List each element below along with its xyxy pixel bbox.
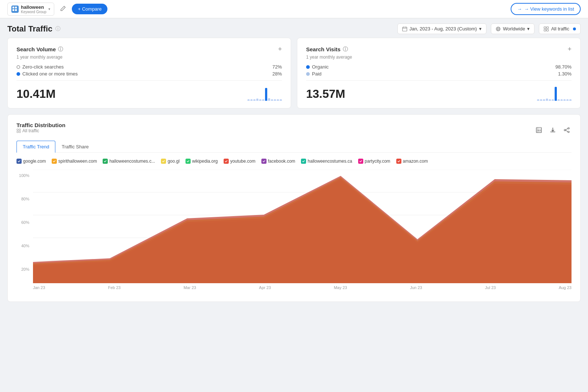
search-volume-info-icon[interactable]: ⓘ xyxy=(58,46,63,53)
legend-youtube[interactable]: youtube.com xyxy=(224,159,256,164)
sv-bar-8 xyxy=(268,98,270,101)
sv2-bar-12 xyxy=(569,99,572,101)
svg-rect-11 xyxy=(17,129,18,130)
search-volume-header: Search Volume ⓘ + xyxy=(16,45,282,53)
geo-filter-pill[interactable]: Worldwide ▾ xyxy=(491,23,534,34)
geo-dropdown-arrow: ▾ xyxy=(527,26,530,32)
share-icon xyxy=(563,127,570,133)
search-volume-subtitle: 1 year monthly average xyxy=(16,55,282,60)
checkmark-icon xyxy=(162,159,165,163)
sv2-bar-11 xyxy=(566,99,569,101)
svg-rect-10 xyxy=(547,29,548,31)
legend-facebook[interactable]: facebook.com xyxy=(261,159,295,164)
svg-rect-7 xyxy=(544,27,546,29)
traffic-filter-pill[interactable]: All traffic xyxy=(539,23,581,34)
zero-click-value: 72% xyxy=(272,64,282,70)
svg-rect-2 xyxy=(12,9,14,11)
distribution-subtitle-text: All traffic xyxy=(22,128,39,133)
x-label-may: May 23 xyxy=(334,285,347,290)
legend-amazon[interactable]: amazon.com xyxy=(396,159,428,164)
svg-rect-0 xyxy=(12,7,14,8)
search-volume-add-button[interactable]: + xyxy=(278,45,282,53)
sv-bar-1 xyxy=(247,99,250,101)
y-label-40: 40% xyxy=(16,244,29,248)
sv2-bar-4 xyxy=(546,99,548,101)
keyword-group-name: halloween xyxy=(21,4,46,10)
info-icon[interactable]: ⓘ xyxy=(55,26,60,32)
legend-spirit-label: spirithalloween.com xyxy=(58,159,97,164)
legend-spirithalloween[interactable]: spirithalloween.com xyxy=(52,159,97,164)
excel-icon: XLS xyxy=(536,127,542,133)
tab-traffic-trend[interactable]: Traffic Trend xyxy=(16,141,55,153)
legend-halloweencostumes[interactable]: halloweencostumes.c... xyxy=(103,159,155,164)
svg-rect-8 xyxy=(547,27,548,29)
organic-label: Organic xyxy=(306,64,329,70)
sv2-bar-10 xyxy=(563,99,566,101)
legend-google-check xyxy=(16,159,22,164)
legend-spirit-check xyxy=(52,159,57,164)
distribution-tabs: Traffic Trend Traffic Share xyxy=(16,141,572,153)
organic-row: Organic 98.70% xyxy=(306,64,572,70)
keyword-group-pill[interactable]: halloween Keyword Group ▾ xyxy=(7,3,54,16)
svg-rect-14 xyxy=(19,131,21,133)
traffic-chart: 100% 80% 60% 40% 20% xyxy=(16,170,572,294)
legend-fb-check xyxy=(261,159,267,164)
checkmark-icon xyxy=(359,159,363,163)
date-filter-pill[interactable]: Jan, 2023 - Aug, 2023 (Custom) ▾ xyxy=(397,23,486,34)
legend-fb-label: facebook.com xyxy=(268,159,295,164)
y-label-80: 80% xyxy=(16,197,29,201)
sv-bar-5 xyxy=(259,99,261,101)
page-title: Total Traffic xyxy=(7,24,52,34)
view-keywords-label: → View keywords in list xyxy=(524,6,574,12)
distribution-header: Traffic Distribution All traffic xyxy=(16,122,572,139)
view-keywords-button[interactable]: → → View keywords in list xyxy=(511,3,581,15)
legend-googl[interactable]: goo.gl xyxy=(161,159,180,164)
legend-googl-check xyxy=(161,159,166,164)
organic-value: 98.70% xyxy=(555,64,572,70)
sv-bar-7 xyxy=(265,88,267,101)
keyword-group-icon xyxy=(11,5,19,13)
search-visits-add-button[interactable]: + xyxy=(567,45,572,53)
checkmark-icon xyxy=(262,159,266,163)
search-volume-title-text: Search Volume xyxy=(16,46,56,52)
paid-dot xyxy=(306,72,310,76)
clicked-row: Clicked one or more times 28% xyxy=(16,71,282,77)
page-header: Total Traffic ⓘ Jan, 2023 - Aug, 2023 (C… xyxy=(0,18,588,38)
clicked-value: 28% xyxy=(272,71,282,77)
svg-rect-4 xyxy=(403,27,407,31)
legend-hcca-check xyxy=(301,159,306,164)
sv2-bar-8 xyxy=(558,99,560,101)
legend-wiki-check xyxy=(185,159,191,164)
svg-text:XLS: XLS xyxy=(537,129,541,132)
calendar-icon xyxy=(402,26,407,32)
compare-button[interactable]: + Compare xyxy=(72,4,107,14)
dist-subtitle-icon xyxy=(16,129,21,133)
tab-traffic-share[interactable]: Traffic Share xyxy=(55,141,95,153)
distribution-title-group: Traffic Distribution All traffic xyxy=(16,122,65,139)
excel-export-button[interactable]: XLS xyxy=(534,125,544,136)
legend-amz-label: amazon.com xyxy=(403,159,428,164)
svg-rect-3 xyxy=(15,9,17,11)
distribution-title: Traffic Distribution xyxy=(16,122,65,128)
edit-button[interactable] xyxy=(59,4,67,14)
legend-wikipedia[interactable]: wikipedia.org xyxy=(185,159,218,164)
legend-google[interactable]: google.com xyxy=(16,159,46,164)
legend-partycity[interactable]: partycity.com xyxy=(358,159,390,164)
share-button[interactable] xyxy=(562,125,572,136)
sv-bottom: 10.41M xyxy=(16,84,282,101)
top-bar: halloween Keyword Group ▾ + Compare → → … xyxy=(0,0,588,18)
sv2-bar-6 xyxy=(552,99,554,101)
sv2-bar-5 xyxy=(549,99,551,101)
sv2-bar-7 xyxy=(555,87,557,101)
x-label-aug: Aug 23 xyxy=(559,285,572,290)
search-volume-card: Search Volume ⓘ + 1 year monthly average… xyxy=(7,38,291,108)
sv2-bar-1 xyxy=(537,99,539,101)
legend-hcca[interactable]: halloweencostumes.ca xyxy=(301,159,352,164)
keyword-group-subtitle: Keyword Group xyxy=(21,10,46,14)
chart-svg-container xyxy=(33,170,572,283)
search-visits-info-icon[interactable]: ⓘ xyxy=(343,46,348,53)
traffic-filter-label: All traffic xyxy=(551,26,569,32)
download-button[interactable] xyxy=(548,125,558,136)
search-visits-card: Search Visits ⓘ + 1 year monthly average… xyxy=(297,38,581,108)
svg-rect-9 xyxy=(544,29,546,31)
